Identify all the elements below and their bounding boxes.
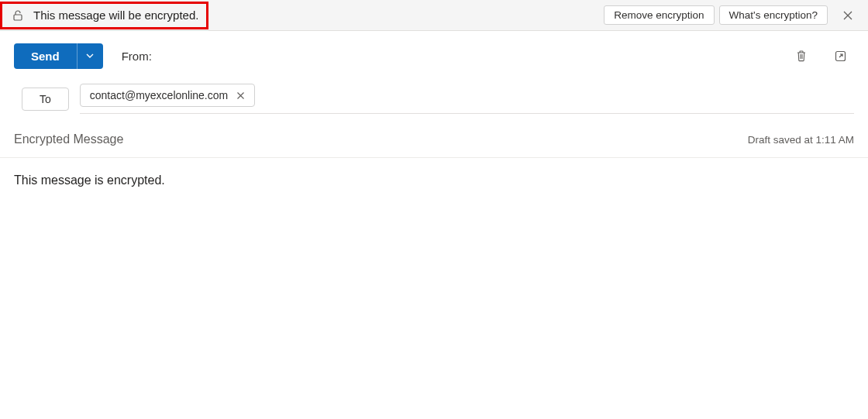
recipient-email: contact@myexcelonline.com (90, 89, 228, 101)
lock-icon (10, 8, 26, 23)
message-body[interactable]: This message is encrypted. (0, 158, 868, 203)
to-input-area[interactable]: contact@myexcelonline.com (80, 84, 854, 114)
close-icon (236, 91, 245, 100)
compose-toolbar: Send From: (0, 31, 868, 81)
recipient-chip[interactable]: contact@myexcelonline.com (80, 84, 255, 107)
send-dropdown-button[interactable] (77, 43, 103, 69)
draft-status: Draft saved at 1:11 AM (748, 134, 854, 146)
encryption-notification-bar: This message will be encrypted. Remove e… (0, 0, 868, 31)
whats-encryption-button[interactable]: What's encryption? (719, 5, 828, 25)
subject-row: Encrypted Message Draft saved at 1:11 AM (0, 126, 868, 158)
discard-button[interactable] (787, 42, 815, 70)
remove-encryption-button[interactable]: Remove encryption (604, 5, 714, 25)
popout-icon (834, 50, 847, 63)
svg-rect-0 (14, 15, 22, 20)
body-text: This message is encrypted. (14, 173, 165, 187)
popout-button[interactable] (826, 42, 854, 70)
to-button[interactable]: To (22, 88, 69, 111)
chevron-down-icon (84, 50, 95, 61)
subject-input[interactable]: Encrypted Message (14, 132, 748, 146)
send-button[interactable]: Send (14, 43, 77, 69)
encryption-message-highlight: This message will be encrypted. (0, 2, 208, 29)
trash-icon (794, 49, 808, 63)
to-field-row: To contact@myexcelonline.com (0, 81, 868, 126)
encryption-message-text: This message will be encrypted. (33, 9, 198, 22)
from-label: From: (122, 50, 152, 63)
send-button-group: Send (14, 43, 103, 69)
close-notification-button[interactable] (835, 3, 860, 28)
remove-recipient-button[interactable] (232, 88, 248, 103)
